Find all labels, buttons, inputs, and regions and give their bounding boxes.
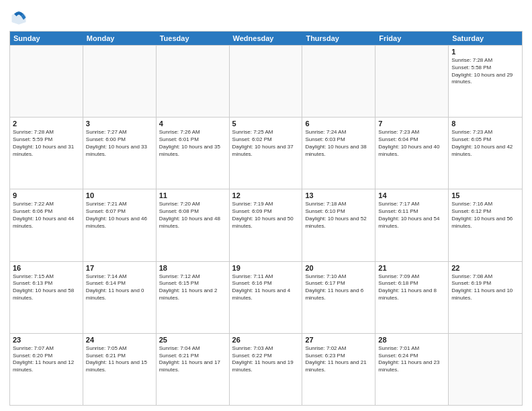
day-cell-17: 17Sunrise: 7:14 AMSunset: 6:14 PMDayligh… bbox=[83, 262, 157, 333]
day-number: 5 bbox=[232, 120, 300, 128]
day-cell-20: 20Sunrise: 7:10 AMSunset: 6:17 PMDayligh… bbox=[302, 262, 375, 333]
empty-cell bbox=[230, 46, 303, 117]
day-cell-21: 21Sunrise: 7:09 AMSunset: 6:18 PMDayligh… bbox=[375, 262, 449, 333]
day-cell-25: 25Sunrise: 7:04 AMSunset: 6:21 PMDayligh… bbox=[157, 334, 230, 405]
day-info: Sunrise: 7:17 AMSunset: 6:11 PMDaylight:… bbox=[378, 201, 445, 230]
day-info: Sunrise: 7:21 AMSunset: 6:07 PMDaylight:… bbox=[86, 201, 153, 230]
page: SundayMondayTuesdayWednesdayThursdayFrid… bbox=[0, 0, 532, 411]
week-row-3: 16Sunrise: 7:15 AMSunset: 6:13 PMDayligh… bbox=[10, 261, 522, 333]
logo-icon bbox=[9, 8, 28, 27]
day-cell-15: 15Sunrise: 7:16 AMSunset: 6:12 PMDayligh… bbox=[449, 189, 522, 261]
day-number: 27 bbox=[305, 336, 372, 344]
empty-cell bbox=[375, 46, 449, 117]
day-cell-8: 8Sunrise: 7:23 AMSunset: 6:05 PMDaylight… bbox=[449, 118, 522, 189]
day-cell-10: 10Sunrise: 7:21 AMSunset: 6:07 PMDayligh… bbox=[83, 189, 157, 261]
week-row-2: 9Sunrise: 7:22 AMSunset: 6:06 PMDaylight… bbox=[10, 189, 522, 261]
day-number: 23 bbox=[13, 336, 80, 344]
day-number: 15 bbox=[451, 191, 519, 199]
day-cell-4: 4Sunrise: 7:26 AMSunset: 6:01 PMDaylight… bbox=[157, 118, 230, 189]
header-day-monday: Monday bbox=[83, 32, 157, 45]
day-number: 11 bbox=[159, 191, 226, 199]
week-row-0: 1Sunrise: 7:28 AMSunset: 5:58 PMDaylight… bbox=[10, 45, 522, 117]
day-cell-1: 1Sunrise: 7:28 AMSunset: 5:58 PMDaylight… bbox=[449, 46, 522, 117]
header-day-wednesday: Wednesday bbox=[230, 32, 303, 45]
day-cell-26: 26Sunrise: 7:03 AMSunset: 6:22 PMDayligh… bbox=[230, 334, 303, 405]
empty-cell bbox=[157, 46, 230, 117]
day-info: Sunrise: 7:10 AMSunset: 6:17 PMDaylight:… bbox=[305, 273, 372, 302]
day-info: Sunrise: 7:22 AMSunset: 6:06 PMDaylight:… bbox=[13, 201, 80, 230]
day-cell-19: 19Sunrise: 7:11 AMSunset: 6:16 PMDayligh… bbox=[230, 262, 303, 333]
day-number: 7 bbox=[378, 120, 445, 128]
day-info: Sunrise: 7:25 AMSunset: 6:02 PMDaylight:… bbox=[232, 129, 300, 158]
day-info: Sunrise: 7:02 AMSunset: 6:23 PMDaylight:… bbox=[305, 345, 372, 374]
header-day-tuesday: Tuesday bbox=[157, 32, 230, 45]
day-info: Sunrise: 7:11 AMSunset: 6:16 PMDaylight:… bbox=[232, 273, 300, 302]
day-info: Sunrise: 7:18 AMSunset: 6:10 PMDaylight:… bbox=[305, 201, 372, 230]
day-cell-16: 16Sunrise: 7:15 AMSunset: 6:13 PMDayligh… bbox=[10, 262, 83, 333]
day-number: 25 bbox=[159, 336, 226, 344]
day-info: Sunrise: 7:07 AMSunset: 6:20 PMDaylight:… bbox=[13, 345, 80, 374]
day-info: Sunrise: 7:28 AMSunset: 5:59 PMDaylight:… bbox=[13, 129, 80, 158]
day-number: 20 bbox=[305, 264, 372, 272]
day-cell-14: 14Sunrise: 7:17 AMSunset: 6:11 PMDayligh… bbox=[375, 189, 449, 261]
day-number: 22 bbox=[451, 264, 519, 272]
day-cell-22: 22Sunrise: 7:08 AMSunset: 6:19 PMDayligh… bbox=[449, 262, 522, 333]
logo bbox=[9, 8, 31, 27]
day-info: Sunrise: 7:27 AMSunset: 6:00 PMDaylight:… bbox=[86, 129, 153, 158]
day-info: Sunrise: 7:03 AMSunset: 6:22 PMDaylight:… bbox=[232, 345, 300, 374]
day-number: 24 bbox=[86, 336, 153, 344]
day-info: Sunrise: 7:09 AMSunset: 6:18 PMDaylight:… bbox=[378, 273, 445, 302]
header-day-thursday: Thursday bbox=[302, 32, 375, 45]
day-cell-9: 9Sunrise: 7:22 AMSunset: 6:06 PMDaylight… bbox=[10, 189, 83, 261]
day-number: 16 bbox=[13, 264, 80, 272]
day-number: 1 bbox=[451, 48, 519, 56]
day-cell-18: 18Sunrise: 7:12 AMSunset: 6:15 PMDayligh… bbox=[157, 262, 230, 333]
day-info: Sunrise: 7:16 AMSunset: 6:12 PMDaylight:… bbox=[451, 201, 519, 230]
day-info: Sunrise: 7:19 AMSunset: 6:09 PMDaylight:… bbox=[232, 201, 300, 230]
day-cell-7: 7Sunrise: 7:23 AMSunset: 6:04 PMDaylight… bbox=[375, 118, 449, 189]
week-row-4: 23Sunrise: 7:07 AMSunset: 6:20 PMDayligh… bbox=[10, 333, 522, 405]
day-number: 19 bbox=[232, 264, 300, 272]
calendar-body: 1Sunrise: 7:28 AMSunset: 5:58 PMDaylight… bbox=[10, 45, 522, 405]
day-number: 6 bbox=[305, 120, 372, 128]
day-cell-11: 11Sunrise: 7:20 AMSunset: 6:08 PMDayligh… bbox=[157, 189, 230, 261]
calendar: SundayMondayTuesdayWednesdayThursdayFrid… bbox=[9, 31, 523, 406]
day-number: 3 bbox=[86, 120, 153, 128]
header-day-saturday: Saturday bbox=[449, 32, 522, 45]
day-cell-13: 13Sunrise: 7:18 AMSunset: 6:10 PMDayligh… bbox=[302, 189, 375, 261]
day-cell-28: 28Sunrise: 7:01 AMSunset: 6:24 PMDayligh… bbox=[375, 334, 449, 405]
day-cell-2: 2Sunrise: 7:28 AMSunset: 5:59 PMDaylight… bbox=[10, 118, 83, 189]
day-number: 8 bbox=[451, 120, 519, 128]
day-info: Sunrise: 7:15 AMSunset: 6:13 PMDaylight:… bbox=[13, 273, 80, 302]
day-number: 13 bbox=[305, 191, 372, 199]
week-row-1: 2Sunrise: 7:28 AMSunset: 5:59 PMDaylight… bbox=[10, 117, 522, 189]
day-info: Sunrise: 7:01 AMSunset: 6:24 PMDaylight:… bbox=[378, 345, 445, 374]
day-info: Sunrise: 7:23 AMSunset: 6:04 PMDaylight:… bbox=[378, 129, 445, 158]
day-cell-6: 6Sunrise: 7:24 AMSunset: 6:03 PMDaylight… bbox=[302, 118, 375, 189]
empty-cell bbox=[83, 46, 157, 117]
calendar-header: SundayMondayTuesdayWednesdayThursdayFrid… bbox=[10, 32, 522, 45]
day-number: 14 bbox=[378, 191, 445, 199]
day-info: Sunrise: 7:23 AMSunset: 6:05 PMDaylight:… bbox=[451, 129, 519, 158]
day-info: Sunrise: 7:20 AMSunset: 6:08 PMDaylight:… bbox=[159, 201, 226, 230]
header-day-sunday: Sunday bbox=[10, 32, 83, 45]
day-info: Sunrise: 7:28 AMSunset: 5:58 PMDaylight:… bbox=[451, 57, 519, 86]
day-number: 9 bbox=[13, 191, 80, 199]
day-info: Sunrise: 7:08 AMSunset: 6:19 PMDaylight:… bbox=[451, 273, 519, 302]
day-cell-27: 27Sunrise: 7:02 AMSunset: 6:23 PMDayligh… bbox=[302, 334, 375, 405]
day-number: 26 bbox=[232, 336, 300, 344]
day-info: Sunrise: 7:26 AMSunset: 6:01 PMDaylight:… bbox=[159, 129, 226, 158]
header bbox=[9, 8, 523, 27]
day-number: 10 bbox=[86, 191, 153, 199]
day-info: Sunrise: 7:14 AMSunset: 6:14 PMDaylight:… bbox=[86, 273, 153, 302]
day-number: 17 bbox=[86, 264, 153, 272]
empty-cell bbox=[449, 334, 522, 405]
day-number: 2 bbox=[13, 120, 80, 128]
empty-cell bbox=[302, 46, 375, 117]
day-number: 28 bbox=[378, 336, 445, 344]
day-cell-3: 3Sunrise: 7:27 AMSunset: 6:00 PMDaylight… bbox=[83, 118, 157, 189]
day-info: Sunrise: 7:12 AMSunset: 6:15 PMDaylight:… bbox=[159, 273, 226, 302]
day-number: 18 bbox=[159, 264, 226, 272]
day-number: 4 bbox=[159, 120, 226, 128]
day-number: 12 bbox=[232, 191, 300, 199]
